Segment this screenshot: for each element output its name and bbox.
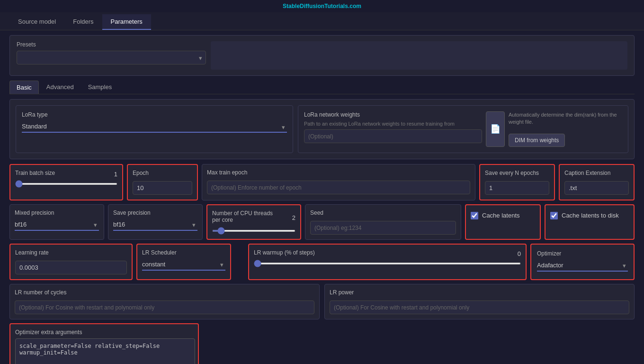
file-icon: 📄	[490, 124, 501, 134]
mixed-precision-label: Mixed precision	[15, 209, 99, 216]
lora-network-main: LoRa network weights Path to an existing…	[304, 111, 482, 147]
lr-cycles-label: LR number of cycles	[15, 289, 314, 296]
lr-power-cell: LR power	[324, 284, 635, 319]
cache-latents-disk-label: Cache latents to disk	[562, 212, 619, 219]
lr-scheduler-cell: LR Scheduler constant linear cosine ▾	[136, 244, 231, 280]
optimizer-args-label: Optimizer extra arguments	[15, 329, 193, 336]
cache-latents-cell: Cache latents	[465, 204, 541, 240]
cpu-threads-value: 2	[281, 214, 295, 221]
max-train-epoch-cell: Max train epoch	[202, 164, 475, 200]
cache-latents-checkbox[interactable]	[471, 212, 478, 219]
tab-advanced[interactable]: Advanced	[40, 81, 80, 94]
presets-select[interactable]	[17, 51, 206, 64]
train-batch-label: Train batch size	[15, 170, 55, 176]
epoch-label: Epoch	[133, 170, 192, 176]
optimizer-label: Optimizer	[537, 250, 628, 257]
train-batch-cell: Train batch size 1	[9, 164, 123, 200]
cpu-threads-slider[interactable]	[212, 230, 295, 232]
caption-ext-cell: Caption Extension	[559, 164, 635, 200]
lr-cycles-row: LR number of cycles LR power	[9, 284, 635, 319]
presets-right-panel	[211, 41, 627, 70]
lora-section: LoRa type Standard ▾ LoRa network weight…	[9, 99, 635, 159]
lora-network-desc: Path to an existing LoRa network weights…	[304, 121, 482, 127]
params-row-3: Learning rate LR Scheduler constant line…	[9, 244, 635, 280]
train-batch-value: 1	[103, 171, 117, 178]
lr-power-input[interactable]	[330, 300, 629, 314]
optimizer-cell: Optimizer Adafactor AdamW AdamW8bit Lion…	[530, 244, 635, 280]
lora-network-panel: LoRa network weights Path to an existing…	[298, 105, 628, 153]
lr-warmup-value: 0	[507, 250, 521, 257]
lr-cycles-cell: LR number of cycles	[9, 284, 320, 319]
params-row-2: Mixed precision bf16 fp16 no ▾ Save prec…	[9, 204, 635, 240]
learning-rate-cell: Learning rate	[9, 244, 133, 280]
lr-warmup-slider[interactable]	[254, 263, 521, 264]
optimizer-select[interactable]: Adafactor AdamW AdamW8bit Lion	[537, 260, 628, 272]
epoch-input[interactable]	[133, 181, 192, 195]
cache-latents-label: Cache latents	[482, 212, 520, 219]
seed-cell: Seed	[305, 204, 461, 240]
save-every-n-label: Save every N epochs	[485, 170, 549, 176]
params-row-1: Train batch size 1 Epoch Max train epoch…	[9, 164, 635, 200]
save-every-n-input[interactable]	[485, 181, 549, 195]
scheduler-spacer	[235, 244, 244, 280]
lr-warmup-label: LR warmup (% of steps)	[254, 249, 315, 256]
lora-network-info: Automatically determine the dim(rank) fr…	[509, 111, 622, 147]
lora-dim-info-text: Automatically determine the dim(rank) fr…	[509, 111, 622, 126]
seed-label: Seed	[310, 209, 456, 216]
mixed-precision-cell: Mixed precision bf16 fp16 no ▾	[9, 204, 104, 240]
tab-folders[interactable]: Folders	[64, 14, 102, 30]
caption-ext-input[interactable]	[564, 181, 629, 195]
lr-warmup-cell: LR warmup (% of steps) 0	[248, 244, 527, 280]
save-precision-select[interactable]: bf16 fp16 no	[113, 219, 197, 231]
optimizer-args-cell: Optimizer extra arguments scale_paramete…	[9, 323, 199, 364]
dim-from-weights-button[interactable]: DIM from weights	[509, 134, 565, 147]
lora-network-label: LoRa network weights	[304, 111, 482, 118]
lora-type-panel: LoRa type Standard ▾	[16, 105, 293, 153]
lora-type-label: LoRa type	[22, 111, 287, 118]
main-nav: Source model Folders Parameters	[0, 12, 644, 30]
site-label: StableDiffusionTutorials.com	[0, 0, 644, 12]
save-every-n-cell: Save every N epochs	[479, 164, 555, 200]
save-precision-label: Save precision	[113, 209, 197, 216]
presets-label: Presets	[17, 41, 206, 48]
learning-rate-input[interactable]	[15, 261, 127, 274]
lora-type-select[interactable]: Standard	[22, 121, 287, 133]
lr-scheduler-label: LR Scheduler	[142, 249, 225, 256]
epoch-cell: Epoch	[127, 164, 198, 200]
cache-latents-disk-cell: Cache latents to disk	[545, 204, 635, 240]
lr-scheduler-select[interactable]: constant linear cosine	[142, 259, 225, 271]
tab-source-model[interactable]: Source model	[9, 14, 64, 30]
presets-section: Presets ▾	[9, 35, 635, 76]
lr-cycles-input[interactable]	[15, 300, 314, 314]
max-train-input[interactable]	[207, 181, 470, 194]
cache-latents-wrapper: Cache latents	[471, 212, 535, 219]
cpu-threads-cell: Number of CPU threads per core 2	[206, 204, 301, 240]
train-batch-slider[interactable]	[15, 183, 117, 185]
max-train-label: Max train epoch	[207, 169, 470, 176]
lora-network-file-button[interactable]: 📄	[486, 111, 505, 147]
learning-rate-label: Learning rate	[15, 249, 127, 256]
optimizer-args-textarea[interactable]: scale_parameter=False relative_step=Fals…	[15, 338, 195, 364]
inner-tabs: Basic Advanced Samples	[9, 81, 635, 94]
presets-select-wrapper: ▾	[17, 51, 206, 64]
tab-parameters[interactable]: Parameters	[102, 14, 151, 30]
lora-network-input[interactable]	[304, 129, 482, 143]
seed-input[interactable]	[310, 221, 456, 235]
cache-latents-disk-wrapper: Cache latents to disk	[550, 212, 629, 219]
tab-basic[interactable]: Basic	[9, 81, 39, 94]
save-precision-cell: Save precision bf16 fp16 no ▾	[108, 204, 203, 240]
tab-samples[interactable]: Samples	[81, 81, 119, 94]
caption-ext-label: Caption Extension	[564, 170, 629, 176]
cache-latents-disk-checkbox[interactable]	[550, 212, 558, 219]
lr-power-label: LR power	[330, 289, 629, 296]
cpu-threads-label: Number of CPU threads per core	[212, 210, 281, 223]
mixed-precision-select[interactable]: bf16 fp16 no	[15, 219, 99, 231]
